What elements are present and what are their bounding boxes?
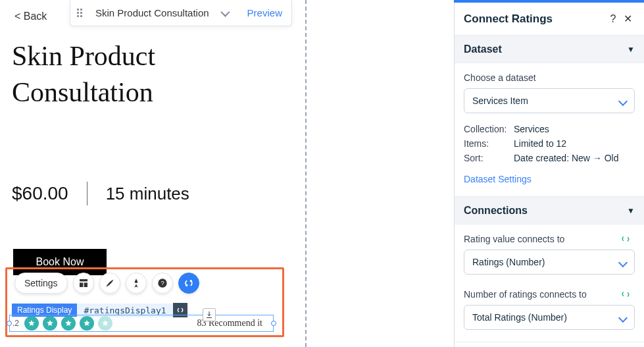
duration-value: 15 minutes [106, 184, 189, 204]
chevron-down-icon [618, 97, 628, 106]
collection-value: Services [514, 124, 635, 134]
dynamic-binding-icon[interactable] [620, 289, 631, 300]
rating-value-label: Rating value connects to [464, 234, 635, 244]
panel-title: Connect Ratings [464, 13, 553, 26]
download-icon[interactable] [203, 308, 216, 321]
sort-value: Date created: New → Old [514, 153, 635, 163]
resize-handle-left[interactable] [7, 321, 12, 326]
caret-down-icon: ▼ [627, 45, 635, 54]
star-row [24, 316, 112, 331]
items-label: Items: [464, 138, 514, 149]
dataset-settings-link[interactable]: Dataset Settings [464, 174, 532, 184]
price-duration-row: $60.00 15 minutes [12, 182, 189, 205]
svg-rect-0 [80, 279, 87, 281]
preview-link[interactable]: Preview [247, 7, 282, 18]
column-guide [305, 0, 307, 347]
price-value: $60.00 [12, 183, 68, 204]
star-icon [80, 316, 94, 331]
svg-text:?: ? [161, 280, 164, 286]
svg-rect-2 [84, 282, 87, 287]
rating-value-select[interactable]: Ratings (Number) [464, 250, 635, 275]
chevron-down-icon[interactable] [220, 7, 230, 16]
svg-point-6 [189, 280, 191, 282]
panel-help-icon[interactable]: ? [606, 13, 620, 25]
num-ratings-label: Number of ratings connects to [464, 289, 635, 300]
chevron-down-icon [618, 258, 628, 267]
vertical-divider [87, 182, 87, 205]
num-ratings-select-value: Total Ratings (Number) [472, 312, 567, 323]
sort-label: Sort: [464, 153, 514, 163]
items-value: Limited to 12 [514, 138, 635, 149]
element-settings-button[interactable]: Settings [14, 273, 68, 294]
section-header-dataset[interactable]: Dataset ▼ [455, 36, 644, 63]
caret-down-icon: ▼ [627, 206, 635, 215]
help-icon[interactable]: ? [152, 273, 173, 294]
connections-section-body: Rating value connects to Ratings (Number… [455, 225, 644, 342]
drag-handle-icon[interactable] [77, 9, 82, 17]
star-icon [61, 316, 76, 331]
section-title: Connections [464, 205, 528, 217]
design-brush-icon[interactable] [99, 273, 120, 294]
dataset-select-value: Services Item [472, 95, 528, 106]
animation-icon[interactable] [126, 273, 147, 294]
section-title: Dataset [464, 43, 502, 55]
num-ratings-select[interactable]: Total Ratings (Number) [464, 305, 635, 330]
panel-header: Connect Ratings ? ✕ [455, 3, 644, 36]
dataset-select[interactable]: Services Item [464, 88, 635, 113]
section-header-connections[interactable]: Connections ▼ [455, 197, 644, 225]
connect-ratings-panel: Connect Ratings ? ✕ Dataset ▼ Choose a d… [454, 3, 644, 347]
layout-icon[interactable] [73, 273, 94, 294]
choose-dataset-label: Choose a dataset [464, 72, 635, 83]
chevron-down-icon [618, 313, 628, 323]
dynamic-binding-icon[interactable] [620, 234, 631, 244]
svg-point-5 [186, 284, 187, 286]
connect-data-icon[interactable] [178, 273, 199, 294]
star-icon [24, 316, 39, 331]
collection-label: Collection: [464, 124, 514, 134]
current-page-name[interactable]: Skin Product Consultation [95, 7, 209, 18]
svg-rect-1 [80, 282, 83, 287]
page-title: Skin Product Consultation [12, 38, 295, 110]
dataset-section-body: Choose a dataset Services Item Collectio… [455, 63, 644, 197]
ratings-display-component[interactable]: .2 83 Recommend it [9, 315, 274, 332]
ratings-value: .2 [12, 319, 20, 328]
back-link[interactable]: < Back [14, 11, 47, 22]
panel-close-icon[interactable]: ✕ [620, 13, 635, 25]
element-toolbar: Settings ? [14, 273, 199, 294]
page-switcher-bar: Skin Product Consultation Preview [70, 0, 292, 26]
star-icon [43, 316, 57, 331]
rating-value-select-value: Ratings (Number) [472, 257, 545, 267]
resize-handle-right[interactable] [271, 321, 276, 326]
star-icon [98, 316, 112, 331]
